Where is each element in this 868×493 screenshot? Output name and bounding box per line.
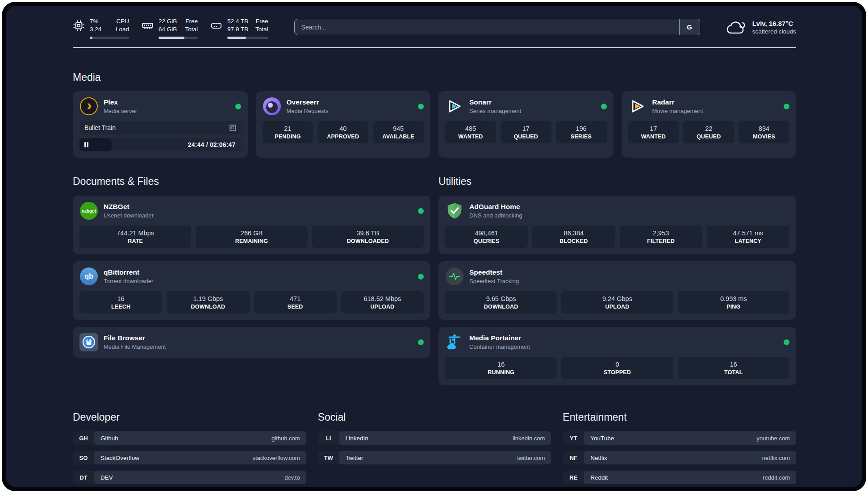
link-twitter[interactable]: TW Twitter twitter.com — [318, 451, 551, 464]
status-dot — [235, 104, 241, 109]
pause-icon[interactable] — [84, 142, 88, 147]
stop-icon[interactable] — [230, 125, 236, 131]
stat-label: SERIES — [558, 134, 605, 140]
disk-icon — [210, 20, 222, 32]
radarr-card[interactable]: Radarr Movie management 17 WANTED 22 QUE… — [622, 91, 797, 158]
stat-tile: 9.24 Gbps UPLOAD — [561, 291, 673, 313]
search-input[interactable] — [295, 19, 679, 35]
stat-tile: 485 WANTED — [445, 121, 496, 143]
plex-card[interactable]: Plex Media server Bullet Train 24:44 / 0… — [73, 91, 248, 158]
qbittorrent-icon: qb — [79, 267, 98, 286]
link-abbr: YT — [563, 431, 584, 445]
stat-value: 22 — [685, 125, 732, 132]
stat-value: 16 — [81, 295, 160, 302]
speedtest-card[interactable]: Speedtest Speedtest Tracking 9.65 Gbps D… — [438, 261, 796, 320]
stat-value: 485 — [447, 125, 494, 132]
stat-value: 16 — [680, 361, 788, 368]
card-title: AdGuard Home — [469, 203, 522, 211]
link-reddit[interactable]: RE Reddit reddit.com — [563, 471, 796, 484]
status-dot — [418, 104, 424, 109]
link-youtube[interactable]: YT YouTube youtube.com — [563, 431, 796, 445]
stat-label: RATE — [81, 238, 189, 244]
section-title-developer: Developer — [73, 411, 306, 423]
plex-now-playing: Bullet Train 24:44 / 02:06:47 — [79, 121, 241, 151]
stat-value: 17 — [502, 125, 550, 132]
overseerr-card[interactable]: Overseerr Media Requests 21 PENDING 40 A… — [256, 91, 431, 158]
link-dev-to[interactable]: DT DEV dev.to — [73, 471, 306, 484]
card-subtitle: Media File Management — [104, 343, 166, 350]
stat-label: DOWNLOAD — [168, 304, 247, 310]
stat-label: PENDING — [264, 134, 312, 140]
search-bar[interactable]: G — [294, 19, 700, 35]
ram-total-label: Total — [185, 25, 198, 33]
stat-label: RUNNING — [447, 369, 555, 376]
filebrowser-card[interactable]: File Browser Media File Management — [73, 327, 430, 358]
qbittorrent-card[interactable]: qb qBittorrent Torrent downloader 16 LEE… — [73, 261, 430, 320]
link-bar: StackOverflow stackoverflow.com — [94, 451, 306, 464]
stat-value: 17 — [630, 125, 677, 132]
documents-column: Documents & Files nzbget NZBGet Usenet d… — [73, 175, 430, 358]
link-bar: DEV dev.to — [94, 471, 306, 484]
card-subtitle: Media server — [104, 108, 137, 114]
link-abbr: NF — [563, 451, 584, 464]
stat-value: 1.19 Gbps — [168, 295, 247, 302]
status-dot — [418, 208, 424, 214]
ram-total-value: 64 GiB — [159, 25, 177, 33]
nzbget-card[interactable]: nzbget NZBGet Usenet downloader 744.21 M… — [73, 196, 430, 254]
stat-tile: 39.6 TB DOWNLOADED — [312, 226, 424, 248]
adguard-card[interactable]: AdGuard Home DNS and adblocking 498,461 … — [438, 196, 796, 254]
stat-value: 266 GB — [197, 230, 305, 237]
cpu-label: CPU — [116, 17, 129, 25]
link-linkedin[interactable]: LI LinkedIn linkedin.com — [318, 431, 551, 445]
radarr-icon — [628, 97, 647, 116]
nzbget-icon: nzbget — [79, 201, 98, 220]
stat-tile: 744.21 Mbps RATE — [79, 226, 191, 248]
search-engine-button[interactable]: G — [679, 19, 700, 35]
link-url: youtube.com — [757, 435, 790, 442]
playback-progress-bar[interactable]: 24:44 / 02:06:47 — [79, 138, 241, 151]
filebrowser-icon — [79, 333, 98, 351]
status-dot — [784, 339, 789, 345]
stat-value: 945 — [375, 125, 422, 132]
link-github[interactable]: GH Github github.com — [73, 431, 306, 445]
disk-free-value: 52.4 TB — [227, 17, 248, 25]
stat-tile: 16 RUNNING — [445, 357, 557, 379]
stat-tile: 17 WANTED — [628, 121, 679, 143]
stat-label: WANTED — [447, 134, 494, 140]
stat-label: DOWNLOAD — [447, 304, 555, 310]
link-bar: Twitter twitter.com — [339, 451, 551, 464]
link-netflix[interactable]: NF Netflix netflix.com — [563, 451, 796, 464]
portainer-card[interactable]: Media Portainer Container management 16 … — [438, 327, 796, 385]
card-subtitle: DNS and adblocking — [469, 212, 522, 219]
stat-tile: 2,953 FILTERED — [620, 226, 702, 248]
entertainment-section: Entertainment YT YouTube youtube.com NF … — [563, 411, 796, 487]
link-stackoverflow[interactable]: SO StackOverflow stackoverflow.com — [73, 451, 306, 464]
now-playing-title: Bullet Train — [84, 124, 116, 131]
card-subtitle: Movie management — [652, 108, 703, 114]
stat-value: 2,953 — [622, 230, 701, 237]
stat-value: 618.52 Mbps — [343, 295, 422, 302]
section-title-entertainment: Entertainment — [563, 411, 796, 423]
stat-label: TOTAL — [680, 369, 788, 376]
status-dot — [784, 104, 789, 109]
sonarr-card[interactable]: Sonarr Series management 485 WANTED 17 Q… — [438, 91, 613, 158]
section-title-utilities: Utilities — [438, 175, 796, 188]
stat-tile: 1.19 Gbps DOWNLOAD — [167, 291, 249, 313]
stat-tile: 0 STOPPED — [561, 357, 673, 379]
link-abbr: TW — [318, 451, 339, 464]
stat-tile: 40 APPROVED — [317, 121, 368, 143]
now-playing-bar: Bullet Train — [79, 121, 241, 134]
stat-value: 9.65 Gbps — [447, 295, 555, 302]
stat-tile: 21 PENDING — [263, 121, 313, 143]
stat-label: QUEUED — [685, 134, 732, 140]
link-abbr: LI — [318, 431, 339, 445]
stat-tile: 196 SERIES — [556, 121, 607, 143]
stat-label: QUEUED — [502, 134, 550, 140]
stat-value: 40 — [319, 125, 367, 132]
weather-location-temp: Lviv, 16.87°C — [752, 20, 796, 27]
playback-elapsed — [79, 138, 112, 151]
card-title: qBittorrent — [104, 268, 153, 276]
card-title: Radarr — [652, 98, 703, 106]
playback-time: 24:44 / 02:06:47 — [188, 141, 241, 148]
ram-icon — [142, 20, 154, 32]
